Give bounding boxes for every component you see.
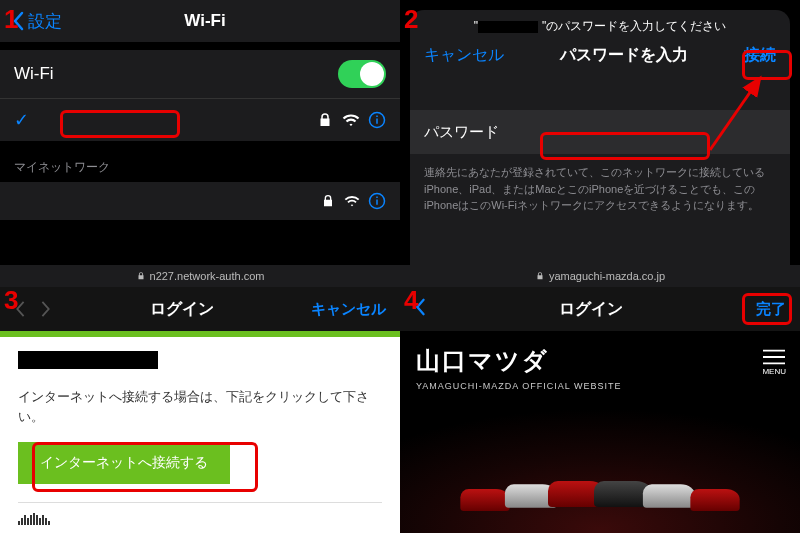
menu-label: MENU [762,367,786,376]
captive-navbar: ログイン キャンセル [0,287,400,331]
site-url-bar: yamaguchi-mazda.co.jp [400,265,800,287]
panel-3-captive-portal: 3 n227.network-auth.com ログイン キャンセル インターネ… [0,265,400,533]
info-icon[interactable] [368,192,386,210]
nav-arrows [14,300,52,318]
password-prompt: ""のパスワードを入力してください [410,10,790,39]
info-icon[interactable] [368,111,386,129]
hero-cars [400,481,800,533]
password-field-row: パスワード [410,110,790,154]
sheet-title: パスワードを入力 [560,45,688,66]
step-number-4: 4 [404,285,418,316]
wifi-icon [344,193,360,209]
site-brand-logo-text: 山口マツダ [416,345,784,377]
panel-4-website: 4 yamaguchi-mazda.co.jp ログイン 完了 山口マツダ YA… [400,265,800,533]
captive-title: ログイン [52,299,311,320]
hamburger-icon [763,349,785,365]
nav-forward-icon[interactable] [40,300,52,318]
network-status-icons [316,111,386,129]
site-brand-bar: 山口マツダ YAMAGUCHI-MAZDA OFFICIAL WEBSITE M… [400,331,800,401]
connect-button[interactable]: 接続 [744,45,776,66]
hero-image: 「心からの感謝の想いを胸に、新たな100年へ。」 [400,401,800,533]
wifi-icon [342,111,360,129]
captive-url-bar: n227.network-auth.com [0,265,400,287]
captive-cancel-button[interactable]: キャンセル [311,300,386,319]
wifi-toggle-row: Wi-Fi [0,50,400,98]
lock-icon [320,193,336,209]
header-title: Wi-Fi [184,11,225,30]
portal-body: インターネットへ接続する場合は、下記をクリックして下さい。 インターネットへ接続… [0,337,400,533]
back-label: 設定 [28,10,62,33]
svg-rect-4 [376,200,378,205]
cisco-logo [18,513,382,525]
step-number-3: 3 [4,285,18,316]
svg-rect-2 [376,116,378,118]
lock-icon [535,271,545,281]
step-number-1: 1 [4,4,18,35]
my-networks-section-label: マイネットワーク [0,141,400,182]
current-network-row[interactable]: ✓ [0,99,400,141]
settings-header: 設定 Wi-Fi [0,0,400,42]
checkmark-icon: ✓ [14,109,32,131]
cisco-bars-icon [18,513,50,525]
portal-ssid-redacted [18,351,158,369]
portal-instruction-text: インターネットへ接続する場合は、下記をクリックして下さい。 [18,387,382,426]
portal-connect-button[interactable]: インターネットへ接続する [18,442,230,484]
ssid-redacted [478,21,538,33]
site-navbar: ログイン 完了 [400,287,800,331]
my-network-row[interactable] [0,182,400,220]
divider [18,502,382,503]
password-input[interactable] [524,122,776,142]
panel-2-password-sheet: 2 ""のパスワードを入力してください キャンセル パスワードを入力 接続 パス… [400,0,800,265]
panel-1-wifi-settings: 1 設定 Wi-Fi Wi-Fi ✓ マイネットワーク [0,0,400,265]
site-nav-title: ログイン [426,299,756,320]
site-url-host: yamaguchi-mazda.co.jp [549,270,665,282]
wifi-toggle[interactable] [338,60,386,88]
done-button[interactable]: 完了 [756,300,786,319]
network-name-redacted [32,110,316,130]
svg-rect-5 [376,197,378,199]
hamburger-menu-button[interactable]: MENU [762,349,786,376]
svg-rect-1 [376,119,378,124]
lock-icon [136,271,146,281]
back-button[interactable]: 設定 [12,10,62,33]
sheet-navbar: キャンセル パスワードを入力 接続 [410,39,790,76]
cancel-button[interactable]: キャンセル [424,45,504,66]
wifi-row-label: Wi-Fi [14,64,54,84]
captive-url-host: n227.network-auth.com [150,270,265,282]
password-field-label: パスワード [424,123,524,142]
site-brand-subtitle: YAMAGUCHI-MAZDA OFFICIAL WEBSITE [416,381,784,391]
step-number-2: 2 [404,4,418,35]
password-share-hint: 連絡先にあなたが登録されていて、このネットワークに接続しているiPhone、iP… [410,154,790,224]
password-sheet: ""のパスワードを入力してください キャンセル パスワードを入力 接続 パスワー… [410,10,790,265]
lock-icon [316,111,334,129]
